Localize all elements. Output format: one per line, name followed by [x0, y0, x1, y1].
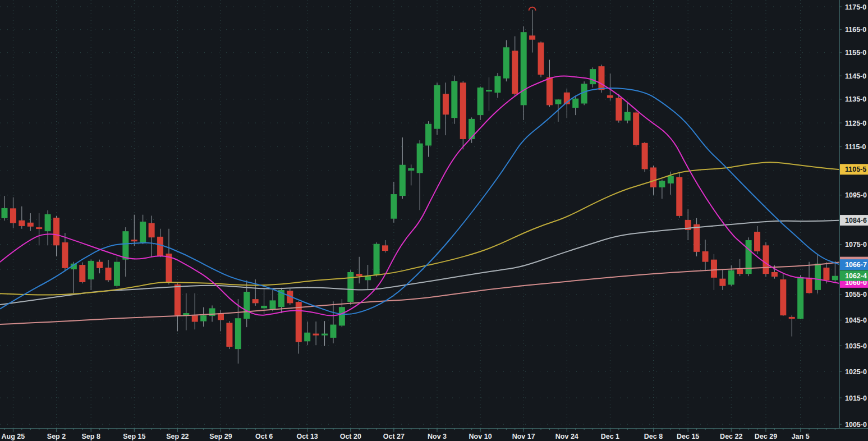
date-tick-label: Nov 3	[428, 433, 447, 440]
candle-up	[235, 318, 241, 349]
date-tick-label: Oct 6	[255, 433, 273, 440]
candle-up	[408, 168, 414, 171]
candle-down	[19, 220, 25, 226]
date-tick-label: Sep 29	[209, 433, 232, 440]
candle-up	[2, 208, 8, 218]
candle-down	[806, 278, 812, 293]
candle-down	[192, 315, 198, 321]
date-tick-label: Dec 8	[644, 433, 663, 440]
price-tick-label: 1135-0	[845, 95, 866, 103]
candle-down	[607, 95, 613, 98]
candle-up	[659, 181, 665, 187]
candle-down	[789, 317, 795, 319]
candle-up	[122, 231, 128, 260]
price-tick-label: 1035-0	[845, 342, 867, 350]
candle-up	[374, 244, 380, 275]
date-tick-label: Oct 20	[340, 433, 361, 440]
candle-up	[581, 84, 587, 103]
candle-down	[313, 334, 319, 336]
candle-down	[719, 279, 725, 286]
chart-background	[0, 0, 868, 441]
candle-up	[399, 165, 406, 196]
candle-down	[598, 66, 604, 90]
candle-up	[45, 214, 51, 231]
candle-down	[10, 208, 16, 223]
candle-up	[728, 270, 734, 285]
price-tick-label: 1045-0	[845, 316, 867, 324]
candle-down	[642, 143, 648, 169]
candle-up	[391, 194, 397, 219]
candle-down	[616, 98, 622, 120]
price-tick-label: 1005-0	[845, 421, 867, 429]
date-tick-label: Oct 13	[297, 433, 318, 440]
candle-down	[157, 237, 163, 256]
candle-down	[252, 299, 259, 303]
date-tick-label: Sep 2	[47, 433, 66, 440]
candle-down	[633, 112, 639, 145]
candle-up	[425, 124, 431, 146]
candle-up	[434, 85, 440, 129]
candle-up	[200, 315, 206, 321]
candle-up	[555, 99, 561, 104]
candle-up	[365, 276, 371, 280]
price-tick-label: 1155-0	[845, 49, 866, 57]
price-tag-yellow-ma-label: 1105-5	[845, 166, 866, 173]
candle-down	[356, 274, 362, 276]
candle-down	[529, 35, 535, 39]
date-tick-label: Dec 15	[677, 433, 699, 440]
candle-down	[694, 224, 700, 252]
candle-down	[62, 242, 68, 268]
candle-up	[486, 90, 492, 91]
candle-up	[521, 32, 527, 105]
candle-down	[460, 82, 466, 139]
price-tick-label: 1025-0	[845, 368, 867, 376]
candle-down	[79, 265, 85, 282]
candle-down	[97, 262, 103, 268]
date-tick-label: Nov 17	[512, 433, 535, 440]
price-chart-svg[interactable]: Aug 25Sep 2Sep 8Sep 15Sep 22Sep 29Oct 6O…	[0, 0, 868, 441]
price-tick-label: 1055-0	[845, 291, 867, 298]
date-tick-label: Sep 8	[82, 433, 100, 440]
price-tick-label: 1015-0	[845, 394, 867, 402]
candle-down	[780, 279, 786, 315]
candle-up	[797, 277, 803, 319]
candle-up	[668, 176, 674, 183]
candle-down	[771, 272, 778, 277]
candle-down	[546, 77, 553, 105]
candle-up	[330, 325, 336, 338]
candle-down	[443, 94, 449, 114]
candle-down	[149, 223, 155, 238]
candle-down	[702, 251, 709, 262]
candle-up	[270, 300, 276, 309]
date-tick-label: Oct 27	[383, 433, 405, 440]
price-tick-label: 1125-0	[845, 120, 866, 127]
candle-up	[451, 81, 457, 118]
candle-down	[53, 218, 59, 245]
candle-down	[650, 167, 656, 187]
candle-up	[590, 69, 596, 84]
candle-down	[105, 268, 112, 280]
candle-up	[304, 333, 310, 342]
candle-down	[131, 240, 137, 241]
candle-up	[469, 119, 475, 139]
candle-down	[174, 284, 181, 315]
date-tick-label: Dec 1	[601, 433, 619, 440]
date-tick-label: Sep 22	[166, 433, 189, 440]
candle-down	[226, 323, 232, 347]
price-tick-label: 1075-0	[845, 241, 867, 249]
candle-up	[140, 222, 146, 242]
price-tick-label: 1165-0	[845, 26, 866, 34]
candle-up	[339, 307, 345, 325]
date-tick-label: Aug 25	[2, 433, 25, 440]
candle-down	[754, 232, 760, 251]
price-tag-blue-ma-label: 1066-7	[845, 261, 867, 269]
candle-up	[494, 76, 500, 93]
date-tick-label: Dec 29	[755, 433, 777, 440]
candle-up	[832, 276, 838, 281]
candle-down	[737, 269, 743, 274]
price-tick-label: 1095-0	[845, 191, 867, 199]
date-tick-label: Jan 5	[792, 433, 810, 440]
candle-up	[244, 292, 250, 319]
price-tag-yellow-ma: 1105-5	[840, 164, 868, 174]
candlestick-chart-panel[interactable]: Aug 25Sep 2Sep 8Sep 15Sep 22Sep 29Oct 6O…	[0, 0, 868, 441]
